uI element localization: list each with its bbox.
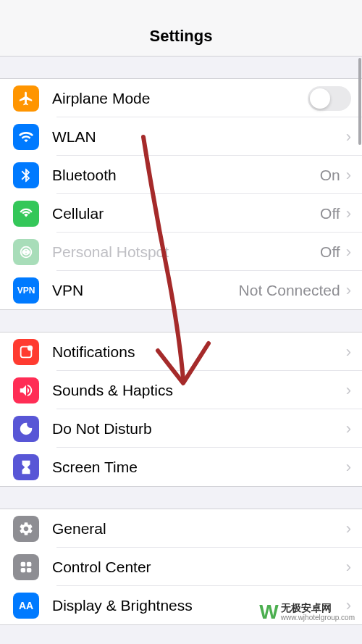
general-icon — [13, 516, 39, 542]
hotspot-value: Off — [320, 243, 340, 261]
general-label: General — [52, 520, 346, 538]
dnd-row[interactable]: Do Not Disturb › — [0, 409, 362, 448]
cellular-label: Cellular — [52, 205, 320, 222]
wlan-row[interactable]: WLAN › — [0, 117, 362, 156]
hotspot-row[interactable]: Personal Hotspot Off › — [0, 233, 362, 271]
watermark-logo: W — [259, 601, 276, 624]
chevron-right-icon: › — [346, 243, 351, 262]
cellular-icon — [13, 201, 39, 227]
bluetooth-value: On — [320, 167, 340, 184]
chevron-right-icon: › — [346, 558, 351, 577]
svg-rect-6 — [21, 567, 25, 572]
dnd-icon — [13, 416, 39, 442]
watermark-url: www.wjhotelgroup.com — [281, 614, 355, 622]
airplane-mode-row[interactable]: Airplane Mode — [0, 79, 362, 117]
bluetooth-label: Bluetooth — [52, 167, 320, 184]
notifications-icon — [13, 339, 39, 365]
settings-header: Settings — [0, 0, 362, 57]
svg-rect-5 — [27, 561, 31, 566]
notifications-row[interactable]: Notifications › — [0, 333, 362, 371]
hotspot-label: Personal Hotspot — [52, 243, 320, 261]
svg-point-0 — [22, 250, 27, 254]
control-center-row[interactable]: Control Center › — [0, 548, 362, 586]
hotspot-icon — [13, 239, 39, 265]
svg-rect-4 — [21, 561, 25, 566]
chevron-right-icon: › — [346, 419, 351, 438]
page-title: Settings — [150, 27, 213, 46]
control-center-icon — [13, 554, 39, 580]
vpn-row[interactable]: VPN VPN Not Connected › — [0, 271, 362, 309]
sounds-label: Sounds & Haptics — [52, 382, 346, 399]
chevron-right-icon: › — [346, 166, 351, 185]
chevron-right-icon: › — [346, 281, 351, 300]
chevron-right-icon: › — [346, 458, 351, 477]
sounds-row[interactable]: Sounds & Haptics › — [0, 371, 362, 409]
chevron-right-icon: › — [346, 204, 351, 223]
cellular-row[interactable]: Cellular Off › — [0, 194, 362, 233]
airplane-mode-label: Airplane Mode — [52, 90, 308, 107]
chevron-right-icon: › — [346, 127, 351, 146]
screentime-label: Screen Time — [52, 459, 346, 476]
vpn-value: Not Connected — [239, 282, 340, 299]
bluetooth-row[interactable]: Bluetooth On › — [0, 156, 362, 194]
settings-content: Airplane Mode WLAN › Bluetooth On › Cell… — [0, 57, 362, 644]
wlan-label: WLAN — [52, 128, 346, 146]
watermark: W 无极安卓网 www.wjhotelgroup.com — [259, 601, 355, 624]
screentime-row[interactable]: Screen Time › — [0, 448, 362, 486]
notifications-group: Notifications › Sounds & Haptics › Do No… — [0, 332, 362, 487]
cellular-value: Off — [320, 205, 340, 222]
network-group: Airplane Mode WLAN › Bluetooth On › Cell… — [0, 78, 362, 310]
svg-point-1 — [26, 250, 30, 254]
chevron-right-icon: › — [346, 343, 351, 361]
sounds-icon — [13, 377, 39, 403]
chevron-right-icon: › — [346, 381, 351, 400]
svg-point-3 — [28, 345, 33, 350]
vpn-icon: VPN — [13, 277, 39, 304]
watermark-title: 无极安卓网 — [281, 603, 355, 614]
airplane-mode-toggle[interactable] — [308, 86, 351, 111]
control-center-label: Control Center — [52, 559, 346, 576]
notifications-label: Notifications — [52, 343, 346, 361]
screentime-icon — [13, 454, 39, 480]
general-row[interactable]: General › — [0, 509, 362, 548]
display-icon: AA — [13, 593, 39, 619]
svg-rect-7 — [27, 567, 31, 572]
wifi-icon — [13, 124, 39, 150]
scrollbar[interactable] — [358, 58, 361, 145]
chevron-right-icon: › — [346, 519, 351, 538]
bluetooth-icon — [13, 162, 39, 188]
vpn-label: VPN — [52, 282, 239, 299]
dnd-label: Do Not Disturb — [52, 420, 346, 438]
airplane-icon — [13, 85, 39, 112]
